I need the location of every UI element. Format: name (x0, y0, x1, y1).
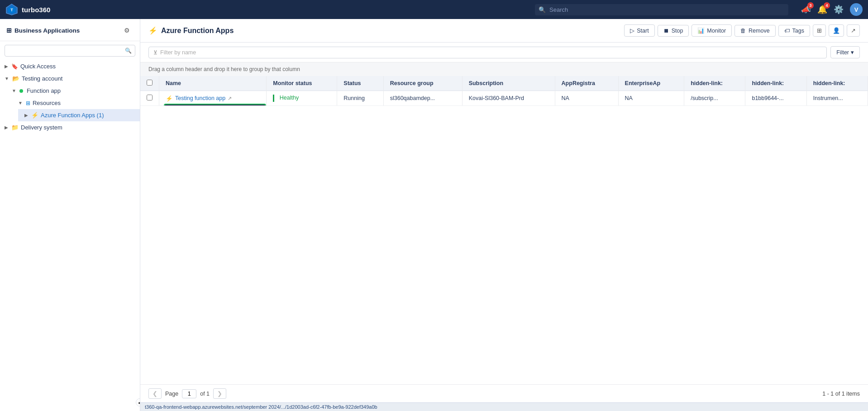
th-resource-group[interactable]: Resource group (383, 76, 462, 91)
td-monitor-status[interactable]: Healthy (267, 91, 337, 106)
next-page-btn[interactable]: ❯ (213, 388, 226, 399)
avatar[interactable]: V (850, 3, 863, 16)
th-subscription[interactable]: Subscription (462, 76, 555, 91)
th-checkbox[interactable] (140, 76, 159, 91)
sidebar: ⊞ Business Applications ⚙ 🔍 ▶ 🔖 Quick Ac… (0, 19, 140, 411)
pagination: ❮ Page of 1 ❯ 1 - 1 of 1 items (140, 384, 868, 402)
tag-icon: 🏷 (784, 28, 790, 34)
th-name[interactable]: Name (159, 76, 267, 91)
row-checkbox[interactable] (147, 95, 153, 100)
external-link-icon[interactable]: ↗ (228, 96, 232, 101)
filter-label: Filter (836, 49, 849, 56)
page-number-input[interactable] (182, 389, 196, 398)
page-controls: ❮ Page of 1 ❯ (148, 388, 226, 399)
logo-icon: T (5, 3, 18, 16)
sidebar-item-label: Resources (33, 100, 61, 106)
status-url: t360-qa-frontend-webapp.azurewebsites.ne… (145, 404, 377, 410)
sidebar-search-input[interactable] (5, 45, 135, 57)
main-content: ⚡ Azure Function Apps ▷ Start ⏹ Stop 📊 M… (140, 19, 868, 411)
expand-arrow: ▶ (5, 125, 8, 130)
page-label: Page (165, 391, 178, 397)
table-area: Name Monitor status Status Resource grou… (140, 76, 868, 402)
select-all-checkbox[interactable] (147, 80, 153, 86)
toolbar: ▷ Start ⏹ Stop 📊 Monitor 🗑 Remove 🏷 (624, 24, 860, 37)
td-hidden3: Instrumen... (806, 91, 868, 106)
filter-btn[interactable]: Filter ▾ (830, 46, 860, 58)
th-monitor-status[interactable]: Monitor status (267, 76, 337, 91)
th-app-registration[interactable]: AppRegistra (555, 76, 618, 91)
filter-bar: ⊻ Filter ▾ (140, 43, 868, 62)
td-hidden2: b1bb9644-... (745, 91, 806, 106)
stop-button[interactable]: ⏹ Stop (658, 25, 689, 37)
page-title-text: Azure Function Apps (161, 27, 234, 35)
th-hidden1[interactable]: hidden-link: (684, 76, 745, 91)
sidebar-item-delivery-system[interactable]: ▶ 📁 Delivery system (0, 121, 140, 134)
func-icon: ⚡ (31, 112, 38, 119)
name-link[interactable]: ⚡ Testing function app ↗ (166, 95, 260, 102)
dot-green-icon (19, 89, 23, 93)
svg-text:T: T (10, 8, 13, 12)
sidebar-item-label: Quick Access (20, 63, 56, 70)
app-layout: ⊞ Business Applications ⚙ 🔍 ▶ 🔖 Quick Ac… (0, 19, 868, 411)
td-enterprise-app: NA (618, 91, 684, 106)
sidebar-item-function-app[interactable]: ▼ Function app (5, 85, 140, 97)
drag-hint-text: Drag a column header and drop it here to… (148, 66, 300, 72)
td-name[interactable]: ⚡ Testing function app ↗ Name : sl360qac… (159, 91, 267, 106)
sidebar-settings-btn[interactable]: ⚙ (120, 24, 134, 36)
page-title-icon: ⚡ (148, 26, 157, 35)
expand-arrow: ▼ (18, 100, 23, 105)
nav-icons: 📣 3 🔔 4 ⚙️ V (801, 3, 863, 16)
td-resource-group: sl360qabamdep... (383, 91, 462, 106)
tags-button[interactable]: 🏷 Tags (778, 25, 810, 37)
sidebar-title-text: Business Applications (14, 27, 80, 34)
sidebar-item-resources[interactable]: ▼ ⊞ Resources (12, 97, 140, 109)
monitor-status-link[interactable]: Healthy (280, 95, 299, 101)
sidebar-item-testing-account[interactable]: ▼ 📂 Testing account (0, 72, 140, 85)
th-hidden3[interactable]: hidden-link: (806, 76, 868, 91)
filter-icon: ⊻ (153, 49, 157, 56)
share-icon-btn[interactable]: ↗ (847, 24, 860, 37)
td-status: Running (337, 91, 383, 106)
drag-hint: Drag a column header and drop it here to… (140, 62, 868, 76)
th-enterprise-app[interactable]: EnterpriseAp (618, 76, 684, 91)
stop-icon: ⏹ (663, 28, 669, 34)
sidebar-item-label: Azure Function Apps (1) (41, 112, 104, 119)
sidebar-item-quick-access[interactable]: ▶ 🔖 Quick Access (0, 60, 140, 72)
grid-icon: ⊞ (6, 27, 12, 34)
table-row: ⚡ Testing function app ↗ Name : sl360qac… (140, 91, 868, 106)
page-header: ⚡ Azure Function Apps ▷ Start ⏹ Stop 📊 M… (140, 19, 868, 43)
filter-input-wrap: ⊻ (148, 47, 827, 58)
start-button[interactable]: ▷ Start (624, 24, 654, 37)
filter-input[interactable] (160, 49, 822, 56)
td-hidden1: /subscrip... (684, 91, 745, 106)
remove-label: Remove (749, 28, 770, 34)
search-input[interactable] (535, 4, 788, 15)
remove-button[interactable]: 🗑 Remove (734, 25, 776, 37)
grid-icon: ⊞ (26, 100, 30, 106)
alerts-btn[interactable]: 🔔 4 (817, 5, 827, 14)
name-tooltip: Name : sl360qacarbookingfuction Friendly… (164, 104, 266, 106)
settings-btn[interactable]: ⚙️ (834, 5, 844, 14)
td-app-registration: NA (555, 91, 618, 106)
alerts-badge: 4 (824, 2, 830, 9)
sidebar-item-label: Delivery system (21, 124, 62, 131)
th-hidden2[interactable]: hidden-link: (745, 76, 806, 91)
sidebar-item-azure-function-apps[interactable]: ▶ ⚡ Azure Function Apps (1) (18, 109, 140, 121)
notifications-btn[interactable]: 📣 3 (801, 5, 811, 14)
layout-toggle-btn[interactable]: ⊞ (813, 24, 826, 37)
monitor-button[interactable]: 📊 Monitor (692, 24, 732, 37)
prev-page-btn[interactable]: ❮ (148, 388, 162, 399)
sidebar-header: ⊞ Business Applications ⚙ (0, 19, 140, 41)
sidebar-search: 🔍 (5, 45, 135, 57)
app-logo[interactable]: T turbo360 (5, 3, 69, 16)
monitor-icon: 📊 (697, 27, 705, 34)
user-icon-btn[interactable]: 👤 (829, 24, 844, 37)
th-status[interactable]: Status (337, 76, 383, 91)
stop-label: Stop (672, 28, 683, 34)
table-wrap[interactable]: Name Monitor status Status Resource grou… (140, 76, 868, 384)
expand-arrow: ▶ (24, 113, 28, 118)
monitor-label: Monitor (707, 28, 726, 34)
start-label: Start (637, 28, 649, 34)
status-bar-bottom: t360-qa-frontend-webapp.azurewebsites.ne… (140, 402, 868, 411)
td-checkbox[interactable] (140, 91, 159, 106)
